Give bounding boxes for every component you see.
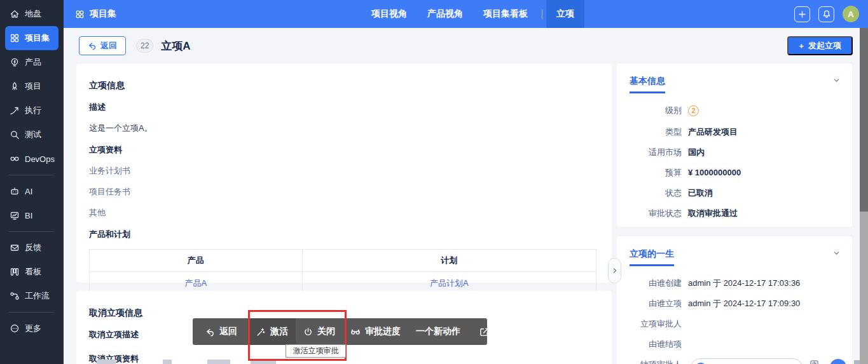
translate-icon[interactable] [809, 359, 824, 364]
topbar: 项目集 项目视角 产品视角 项目集看板 立项 A [64, 0, 868, 28]
basic-info-title[interactable]: 基本信息 [630, 76, 665, 93]
create-charter-button[interactable]: + 发起立项 [787, 36, 853, 55]
sidebar-divider [9, 312, 55, 313]
sidebar-item-label: 项目集 [25, 32, 50, 44]
sidebar-item-label: 更多 [25, 323, 41, 334]
charter-life-title[interactable]: 立项的一生 [630, 248, 674, 266]
topbar-app: 项目集 [75, 8, 116, 20]
col-header-plan: 计划 [302, 250, 596, 272]
edit-icon [479, 327, 489, 337]
sidebar-item-label: 项目 [25, 81, 41, 92]
page-title: 立项A [161, 39, 190, 53]
field-row-market: 适用市场 国内 [630, 147, 839, 157]
field-row-chartered-by: 由谁立项 admin 于 2024-12-17 17:09:30 [630, 299, 839, 308]
sidebar-item-execution[interactable]: 执行 [5, 98, 59, 123]
sidebar-item-label: 反馈 [25, 242, 41, 253]
back-button[interactable]: 返回 [79, 36, 126, 55]
charter-info-card: 立项信息 描述 这是一个立项A。 立项资料 业务计划书 项目任务书 其他 产品和… [76, 64, 612, 283]
sidebar-item-product[interactable]: 产品 [5, 50, 59, 74]
toolbar-close-button[interactable]: 关闭 [296, 318, 343, 345]
sidebar-item-label: 测试 [25, 129, 41, 140]
field-row-level: 级别 2 [630, 105, 839, 116]
activate-tooltip: 激活立项审批 [286, 344, 346, 358]
home-icon [10, 9, 20, 19]
assistant-search-pill[interactable] [690, 358, 803, 364]
plan-link[interactable]: 产品计划A [430, 278, 469, 288]
sidebar-item-feedback[interactable]: 反馈 [5, 236, 59, 260]
chevron-down-icon [832, 76, 841, 84]
topbar-tabs: 项目视角 产品视角 项目集看板 立项 [361, 0, 584, 28]
toolbar-edit-button[interactable] [472, 318, 497, 345]
desc-label: 描述 [89, 102, 596, 113]
sidebar-item-label: BI [25, 211, 32, 220]
charter-life-panel: 立项的一生 由谁创建 admin 于 2024-12-17 17:03:36 由… [617, 236, 852, 364]
monitor-icon [10, 210, 20, 220]
add-button[interactable] [794, 6, 810, 22]
sidebar-item-workflow[interactable]: 工作流 [5, 284, 59, 308]
power-icon [303, 327, 313, 337]
field-row-status: 状态 已取消 [630, 188, 839, 198]
clipped-content-fragment [163, 360, 172, 364]
test-icon [10, 130, 20, 140]
basic-info-panel: 基本信息 级别 2 类型 产品研发项目 适用市场 国内 预算 ¥ 1000000… [617, 64, 852, 227]
desc-text: 这是一个立项A。 [89, 123, 596, 134]
toolbar-new-action-button[interactable]: 一个新动作 [408, 318, 468, 345]
sidebar-divider [9, 231, 55, 232]
sidebar-item-project[interactable]: 项目 [5, 74, 59, 98]
product-plan-table: 产品 计划 产品A 产品计划A [89, 249, 596, 295]
collapse-life-button[interactable] [832, 249, 841, 257]
field-row-budget: 预算 ¥ 1000000000 [630, 168, 839, 177]
more-icon [10, 323, 20, 334]
table-label: 产品和计划 [89, 229, 596, 240]
product-link[interactable]: 产品A [185, 278, 207, 288]
expand-panel-button[interactable] [608, 258, 621, 283]
tab-project-view[interactable]: 项目视角 [361, 0, 417, 28]
table-header-row: 产品 计划 [90, 250, 596, 272]
field-row-charter-approver: 立项审批人 [630, 319, 839, 328]
sidebar-item-label: 地盘 [25, 8, 41, 20]
file-link-business-plan[interactable]: 业务计划书 [89, 165, 130, 177]
record-id-badge: 22 [136, 39, 153, 53]
topbar-app-label: 项目集 [90, 8, 116, 20]
sidebar-item-more[interactable]: 更多 [5, 316, 59, 340]
magic-wand-icon [256, 327, 266, 337]
sidebar-item-test[interactable]: 测试 [5, 123, 59, 147]
toolbar-activate-button[interactable]: 激活 [249, 318, 296, 345]
sidebar-item-program[interactable]: 项目集 [5, 26, 59, 50]
sidebar-item-label: AI [25, 187, 32, 196]
tab-product-view[interactable]: 产品视角 [417, 0, 473, 28]
tab-program-kanban[interactable]: 项目集看板 [473, 0, 538, 28]
toolbar-approval-progress-button[interactable]: 审批进度 [343, 318, 408, 345]
chevron-right-icon [611, 267, 619, 274]
collapse-basic-button[interactable] [832, 76, 841, 84]
notification-button[interactable] [818, 6, 834, 22]
clipped-content-fragment [97, 360, 116, 364]
file-link-task-book[interactable]: 项目任务书 [89, 186, 130, 198]
sidebar: 地盘 项目集 产品 项目 执行 测试 DevOps AI [0, 0, 64, 364]
toolbar-back-button[interactable]: 返回 [198, 318, 245, 345]
sidebar-item-ai[interactable]: AI [5, 179, 59, 203]
field-row-created-by: 由谁创建 admin 于 2024-12-17 17:03:36 [630, 278, 839, 288]
tab-charter[interactable]: 立项 [546, 0, 584, 28]
sidebar-item-home[interactable]: 地盘 [5, 2, 59, 26]
field-row-type: 类型 产品研发项目 [630, 127, 839, 137]
sidebar-item-bi[interactable]: BI [5, 203, 59, 227]
avatar[interactable]: A [843, 6, 859, 22]
sidebar-item-label: 产品 [25, 57, 41, 68]
sidebar-item-devops[interactable]: DevOps [5, 147, 59, 171]
sidebar-item-label: 工作流 [25, 290, 50, 302]
clipped-content-fragment [207, 360, 230, 364]
execution-icon [10, 105, 20, 116]
field-row-closed-by: 由谁结项 [630, 339, 839, 349]
sidebar-item-label: 执行 [25, 105, 41, 116]
back-arrow-icon [88, 41, 97, 50]
section-title: 立项信息 [89, 80, 596, 91]
cancel-section-title: 取消立项信息 [89, 307, 596, 319]
topbar-actions: A [794, 0, 859, 28]
basic-info-rows: 级别 2 类型 产品研发项目 适用市场 国内 预算 ¥ 1000000000 状… [630, 105, 839, 218]
app-root: 地盘 项目集 产品 项目 执行 测试 DevOps AI [0, 0, 868, 364]
sidebar-item-label: DevOps [25, 154, 55, 164]
file-link-other[interactable]: 其他 [89, 207, 106, 219]
scrollbar-thumb[interactable] [860, 28, 868, 212]
sidebar-item-kanban[interactable]: 看板 [5, 260, 59, 284]
